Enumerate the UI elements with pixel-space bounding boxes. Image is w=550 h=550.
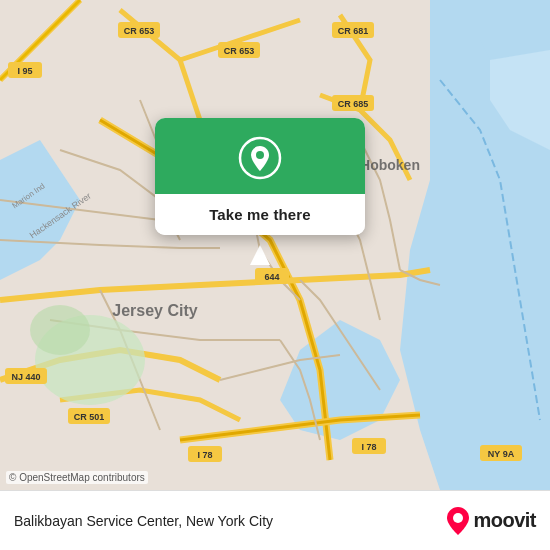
svg-text:CR 501: CR 501 xyxy=(74,412,105,422)
svg-text:NJ 440: NJ 440 xyxy=(11,372,40,382)
svg-text:CR 653: CR 653 xyxy=(224,46,255,56)
svg-text:Jersey City: Jersey City xyxy=(112,302,197,319)
svg-text:I 78: I 78 xyxy=(197,450,212,460)
popup-green-area xyxy=(155,118,365,194)
svg-point-32 xyxy=(453,513,463,523)
moovit-brand-text: moovit xyxy=(473,509,536,532)
svg-text:I 95: I 95 xyxy=(17,66,32,76)
moovit-logo: moovit xyxy=(447,507,536,535)
svg-text:I 78: I 78 xyxy=(361,442,376,452)
app: CR 653 CR 653 CR 681 CR 685 I 95 NJ 440 … xyxy=(0,0,550,550)
svg-text:CR 681: CR 681 xyxy=(338,26,369,36)
svg-text:NY 9A: NY 9A xyxy=(488,449,515,459)
bottom-bar: Balikbayan Service Center, New York City… xyxy=(0,490,550,550)
svg-text:CR 685: CR 685 xyxy=(338,99,369,109)
osm-attribution: © OpenStreetMap contributors xyxy=(6,471,148,484)
map-container: CR 653 CR 653 CR 681 CR 685 I 95 NJ 440 … xyxy=(0,0,550,490)
svg-text:Hoboken: Hoboken xyxy=(360,157,420,173)
location-pin-icon xyxy=(238,136,282,180)
map-background: CR 653 CR 653 CR 681 CR 685 I 95 NJ 440 … xyxy=(0,0,550,490)
svg-point-2 xyxy=(30,305,90,355)
svg-point-31 xyxy=(256,151,264,159)
moovit-pin-icon xyxy=(447,507,469,535)
svg-text:644: 644 xyxy=(264,272,279,282)
svg-text:CR 653: CR 653 xyxy=(124,26,155,36)
location-label: Balikbayan Service Center, New York City xyxy=(14,513,273,529)
popup-card: Take me there xyxy=(155,118,365,235)
take-me-there-button[interactable]: Take me there xyxy=(155,194,365,235)
